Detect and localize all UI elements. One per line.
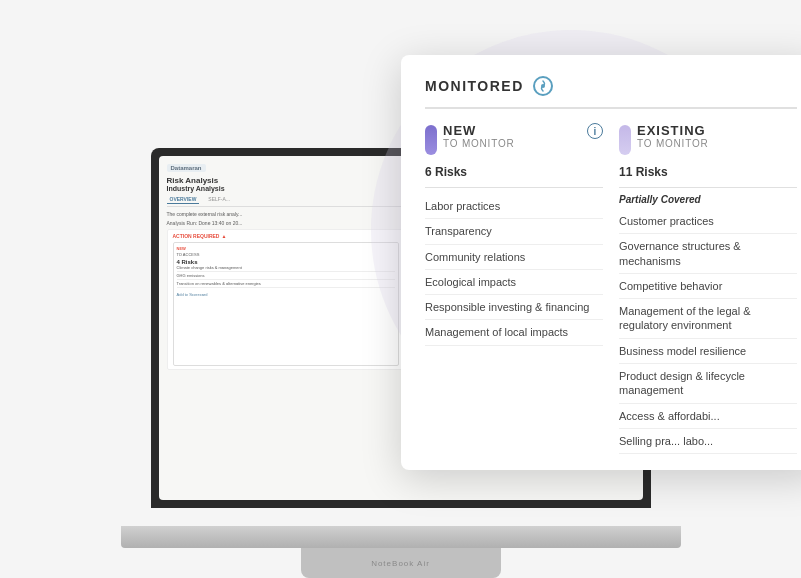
new-modal-risk-6: Management of local impacts — [425, 320, 603, 345]
existing-col-title-sub: TO MONITOR — [637, 138, 709, 149]
tab-overview[interactable]: OVERVIEW — [167, 195, 200, 204]
modal-columns: NEW TO MONITOR i 6 Risks Labor practices… — [425, 123, 797, 454]
monitored-modal: MONITORED NEW TO MONITOR i 6 Risks Labor… — [401, 55, 801, 470]
new-risk-2: GHG emissions — [177, 273, 395, 280]
new-modal-risk-3: Community relations — [425, 245, 603, 270]
monitored-icon — [532, 75, 554, 97]
screen-logo: Datamaran — [167, 164, 206, 172]
new-risk-count: 6 Risks — [425, 165, 603, 179]
new-add-scorecard-btn[interactable]: Add to Scorecard — [177, 292, 395, 297]
new-modal-risk-1: Labor practices — [425, 194, 603, 219]
existing-col-title-main: EXISTING — [637, 123, 709, 138]
new-risk-3: Transition on renewables & alternative e… — [177, 281, 395, 288]
laptop-base — [121, 526, 681, 548]
new-modal-risk-2: Transparency — [425, 219, 603, 244]
existing-modal-risk-4: Management of the legal & regulatory env… — [619, 299, 797, 339]
new-col-title-main: NEW — [443, 123, 515, 138]
new-card-sub: TO ACCESS — [177, 252, 395, 257]
new-modal-risk-5: Responsible investing & financing — [425, 295, 603, 320]
existing-to-monitor-column: EXISTING TO MONITOR 11 Risks Partially C… — [619, 123, 797, 454]
existing-modal-risk-6: Product design & lifecycle management — [619, 364, 797, 404]
existing-modal-risk-3: Competitive behavior — [619, 274, 797, 299]
existing-modal-risk-8: Selling pra... labo... — [619, 429, 797, 454]
modal-title: MONITORED — [425, 78, 524, 94]
warning-icon: ▲ — [221, 233, 226, 239]
existing-col-title-block: EXISTING TO MONITOR — [637, 123, 709, 149]
existing-col-divider — [619, 187, 797, 188]
new-risk-1: Climate change risks & management — [177, 265, 395, 272]
existing-modal-risk-5: Business model resilience — [619, 339, 797, 364]
new-col-title-block: NEW TO MONITOR — [443, 123, 515, 149]
new-col-badge — [425, 125, 437, 155]
laptop-label: NoteBook Air — [371, 559, 430, 568]
existing-modal-risk-7: Access & affordabi... — [619, 404, 797, 429]
new-col-title-sub: TO MONITOR — [443, 138, 515, 149]
new-modal-risk-4: Ecological impacts — [425, 270, 603, 295]
modal-header: MONITORED — [425, 75, 797, 109]
laptop-foot: NoteBook Air — [301, 548, 501, 578]
svg-point-1 — [541, 84, 545, 88]
existing-partial-covered-label: Partially Covered — [619, 194, 797, 205]
new-info-icon[interactable]: i — [587, 123, 603, 139]
existing-risk-count: 11 Risks — [619, 165, 797, 179]
existing-modal-risk-1: Customer practices — [619, 209, 797, 234]
new-col-header: NEW TO MONITOR i — [425, 123, 603, 155]
new-access-card: NEW TO ACCESS 4 Risks Climate change ris… — [173, 242, 399, 366]
existing-modal-risk-2: Governance structures & mechanisms — [619, 234, 797, 274]
new-badge: NEW — [177, 246, 395, 251]
existing-col-header: EXISTING TO MONITOR — [619, 123, 797, 155]
tab-self-assessment[interactable]: SELF-A... — [205, 195, 233, 204]
new-to-monitor-column: NEW TO MONITOR i 6 Risks Labor practices… — [425, 123, 603, 454]
existing-col-badge — [619, 125, 631, 155]
new-col-divider — [425, 187, 603, 188]
